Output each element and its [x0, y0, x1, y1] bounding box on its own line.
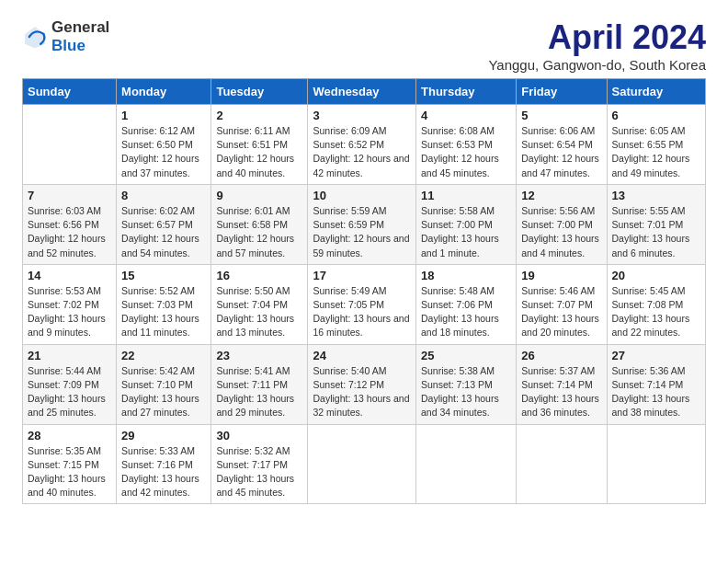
header-cell-thursday: Thursday: [416, 79, 517, 105]
day-info: Sunrise: 5:53 AM Sunset: 7:02 PM Dayligh…: [28, 284, 111, 340]
day-number: 8: [121, 189, 206, 202]
day-info: Sunrise: 5:49 AM Sunset: 7:05 PM Dayligh…: [313, 284, 411, 340]
day-number: 6: [612, 109, 700, 122]
header-cell-tuesday: Tuesday: [211, 79, 308, 105]
day-cell: 24Sunrise: 5:40 AM Sunset: 7:12 PM Dayli…: [308, 344, 416, 424]
main-title: April 2024: [488, 18, 706, 57]
week-row-4: 21Sunrise: 5:44 AM Sunset: 7:09 PM Dayli…: [23, 344, 706, 424]
day-cell: 14Sunrise: 5:53 AM Sunset: 7:02 PM Dayli…: [23, 264, 117, 344]
day-cell: [416, 424, 517, 504]
week-row-1: 1Sunrise: 6:12 AM Sunset: 6:50 PM Daylig…: [23, 105, 706, 185]
logo-text: General Blue: [51, 18, 109, 55]
day-cell: 27Sunrise: 5:36 AM Sunset: 7:14 PM Dayli…: [607, 344, 705, 424]
day-info: Sunrise: 5:52 AM Sunset: 7:03 PM Dayligh…: [121, 284, 206, 340]
day-info: Sunrise: 5:36 AM Sunset: 7:14 PM Dayligh…: [612, 364, 700, 420]
day-info: Sunrise: 5:44 AM Sunset: 7:09 PM Dayligh…: [28, 364, 111, 420]
day-cell: 10Sunrise: 5:59 AM Sunset: 6:59 PM Dayli…: [308, 184, 416, 264]
day-cell: 19Sunrise: 5:46 AM Sunset: 7:07 PM Dayli…: [517, 264, 607, 344]
day-cell: 13Sunrise: 5:55 AM Sunset: 7:01 PM Dayli…: [607, 184, 705, 264]
day-number: 19: [521, 269, 601, 282]
calendar-table: SundayMondayTuesdayWednesdayThursdayFrid…: [22, 78, 706, 504]
day-info: Sunrise: 5:55 AM Sunset: 7:01 PM Dayligh…: [612, 204, 700, 260]
day-cell: 26Sunrise: 5:37 AM Sunset: 7:14 PM Dayli…: [517, 344, 607, 424]
title-block: April 2024 Yanggu, Gangwon-do, South Kor…: [488, 18, 706, 73]
header-cell-saturday: Saturday: [607, 79, 705, 105]
day-cell: 6Sunrise: 6:05 AM Sunset: 6:55 PM Daylig…: [607, 105, 705, 185]
day-cell: 17Sunrise: 5:49 AM Sunset: 7:05 PM Dayli…: [308, 264, 416, 344]
day-info: Sunrise: 5:56 AM Sunset: 7:00 PM Dayligh…: [521, 204, 601, 260]
day-number: 22: [121, 349, 206, 362]
day-info: Sunrise: 5:46 AM Sunset: 7:07 PM Dayligh…: [521, 284, 601, 340]
week-row-2: 7Sunrise: 6:03 AM Sunset: 6:56 PM Daylig…: [23, 184, 706, 264]
header-cell-monday: Monday: [117, 79, 211, 105]
day-cell: 25Sunrise: 5:38 AM Sunset: 7:13 PM Dayli…: [416, 344, 517, 424]
day-cell: 4Sunrise: 6:08 AM Sunset: 6:53 PM Daylig…: [416, 105, 517, 185]
day-number: 25: [421, 349, 511, 362]
logo: General Blue: [22, 18, 109, 55]
logo-icon: [22, 24, 48, 50]
day-cell: 16Sunrise: 5:50 AM Sunset: 7:04 PM Dayli…: [211, 264, 308, 344]
day-info: Sunrise: 5:37 AM Sunset: 7:14 PM Dayligh…: [521, 364, 601, 420]
day-cell: 1Sunrise: 6:12 AM Sunset: 6:50 PM Daylig…: [117, 105, 211, 185]
day-info: Sunrise: 5:59 AM Sunset: 6:59 PM Dayligh…: [313, 204, 411, 260]
day-number: 29: [121, 429, 206, 442]
header: General Blue April 2024 Yanggu, Gangwon-…: [22, 18, 706, 73]
header-cell-sunday: Sunday: [23, 79, 117, 105]
calendar-body: 1Sunrise: 6:12 AM Sunset: 6:50 PM Daylig…: [23, 105, 706, 504]
day-number: 30: [216, 429, 302, 442]
header-cell-wednesday: Wednesday: [308, 79, 416, 105]
day-number: 15: [121, 269, 206, 282]
day-cell: 30Sunrise: 5:32 AM Sunset: 7:17 PM Dayli…: [211, 424, 308, 504]
header-cell-friday: Friday: [517, 79, 607, 105]
week-row-3: 14Sunrise: 5:53 AM Sunset: 7:02 PM Dayli…: [23, 264, 706, 344]
day-cell: 3Sunrise: 6:09 AM Sunset: 6:52 PM Daylig…: [308, 105, 416, 185]
subtitle: Yanggu, Gangwon-do, South Korea: [488, 57, 706, 73]
day-info: Sunrise: 5:41 AM Sunset: 7:11 PM Dayligh…: [216, 364, 302, 420]
day-cell: 11Sunrise: 5:58 AM Sunset: 7:00 PM Dayli…: [416, 184, 517, 264]
day-cell: 2Sunrise: 6:11 AM Sunset: 6:51 PM Daylig…: [211, 105, 308, 185]
day-number: 5: [521, 109, 601, 122]
day-cell: [607, 424, 705, 504]
day-number: 14: [28, 269, 111, 282]
day-number: 2: [216, 109, 302, 122]
header-row: SundayMondayTuesdayWednesdayThursdayFrid…: [23, 79, 706, 105]
calendar-header: SundayMondayTuesdayWednesdayThursdayFrid…: [23, 79, 706, 105]
logo-general: General: [51, 18, 109, 36]
day-number: 27: [612, 349, 700, 362]
day-number: 24: [313, 349, 411, 362]
day-number: 16: [216, 269, 302, 282]
day-number: 11: [421, 189, 511, 202]
day-number: 4: [421, 109, 511, 122]
day-info: Sunrise: 6:01 AM Sunset: 6:58 PM Dayligh…: [216, 204, 302, 260]
week-row-5: 28Sunrise: 5:35 AM Sunset: 7:15 PM Dayli…: [23, 424, 706, 504]
day-info: Sunrise: 6:09 AM Sunset: 6:52 PM Dayligh…: [313, 124, 411, 180]
day-info: Sunrise: 5:40 AM Sunset: 7:12 PM Dayligh…: [313, 364, 411, 420]
day-cell: 29Sunrise: 5:33 AM Sunset: 7:16 PM Dayli…: [117, 424, 211, 504]
day-cell: 28Sunrise: 5:35 AM Sunset: 7:15 PM Dayli…: [23, 424, 117, 504]
day-cell: 21Sunrise: 5:44 AM Sunset: 7:09 PM Dayli…: [23, 344, 117, 424]
day-info: Sunrise: 6:05 AM Sunset: 6:55 PM Dayligh…: [612, 124, 700, 180]
day-cell: 18Sunrise: 5:48 AM Sunset: 7:06 PM Dayli…: [416, 264, 517, 344]
day-cell: 9Sunrise: 6:01 AM Sunset: 6:58 PM Daylig…: [211, 184, 308, 264]
day-number: 21: [28, 349, 111, 362]
day-number: 23: [216, 349, 302, 362]
day-cell: [308, 424, 416, 504]
day-cell: 22Sunrise: 5:42 AM Sunset: 7:10 PM Dayli…: [117, 344, 211, 424]
day-number: 7: [28, 189, 111, 202]
day-cell: 5Sunrise: 6:06 AM Sunset: 6:54 PM Daylig…: [517, 105, 607, 185]
day-info: Sunrise: 5:42 AM Sunset: 7:10 PM Dayligh…: [121, 364, 206, 420]
day-number: 26: [521, 349, 601, 362]
day-cell: 20Sunrise: 5:45 AM Sunset: 7:08 PM Dayli…: [607, 264, 705, 344]
day-info: Sunrise: 6:02 AM Sunset: 6:57 PM Dayligh…: [121, 204, 206, 260]
day-number: 28: [28, 429, 111, 442]
day-number: 18: [421, 269, 511, 282]
day-cell: 12Sunrise: 5:56 AM Sunset: 7:00 PM Dayli…: [517, 184, 607, 264]
day-info: Sunrise: 5:38 AM Sunset: 7:13 PM Dayligh…: [421, 364, 511, 420]
day-info: Sunrise: 5:32 AM Sunset: 7:17 PM Dayligh…: [216, 444, 302, 500]
day-number: 20: [612, 269, 700, 282]
day-info: Sunrise: 5:45 AM Sunset: 7:08 PM Dayligh…: [612, 284, 700, 340]
day-info: Sunrise: 6:03 AM Sunset: 6:56 PM Dayligh…: [28, 204, 111, 260]
day-cell: 23Sunrise: 5:41 AM Sunset: 7:11 PM Dayli…: [211, 344, 308, 424]
day-number: 9: [216, 189, 302, 202]
day-info: Sunrise: 5:33 AM Sunset: 7:16 PM Dayligh…: [121, 444, 206, 500]
